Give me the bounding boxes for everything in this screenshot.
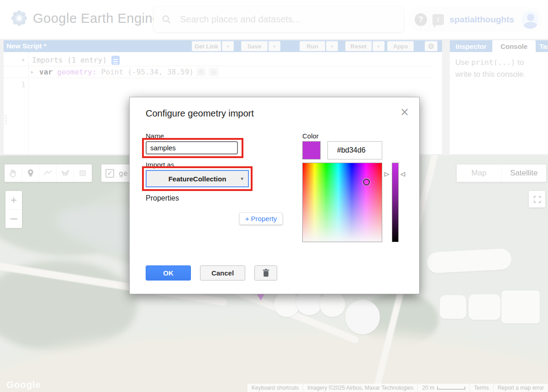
name-input[interactable] [146, 141, 238, 154]
color-swatch[interactable] [302, 141, 321, 159]
import-as-label: Import as [146, 161, 174, 169]
gee-app: Google Earth Engine ? ! spatialthoughts … [0, 0, 548, 392]
close-icon[interactable]: × [400, 106, 409, 118]
value-slider[interactable] [392, 163, 399, 242]
chevron-down-icon: ▾ [241, 175, 243, 182]
saturation-gradient-picker[interactable] [302, 163, 382, 242]
dialog-title: Configure geometry import [146, 108, 254, 119]
color-hex-input[interactable] [327, 141, 382, 159]
ok-button[interactable]: OK [146, 265, 191, 281]
name-label: Name [146, 132, 164, 140]
picker-circle[interactable] [363, 179, 370, 185]
trash-icon [262, 269, 270, 277]
cancel-button[interactable]: Cancel [200, 265, 245, 281]
color-label: Color [302, 132, 319, 140]
properties-label: Properties [146, 194, 179, 202]
configure-geometry-dialog: Configure geometry import × Name Import … [129, 97, 420, 294]
slider-arrow-right-icon[interactable]: ◁ [400, 170, 405, 177]
import-as-dropdown[interactable]: FeatureCollection ▾ [146, 170, 249, 187]
add-property-button[interactable]: + Property [239, 212, 283, 225]
slider-arrow-left-icon[interactable]: ▷ [385, 170, 389, 177]
delete-geometry-button[interactable] [254, 265, 277, 281]
